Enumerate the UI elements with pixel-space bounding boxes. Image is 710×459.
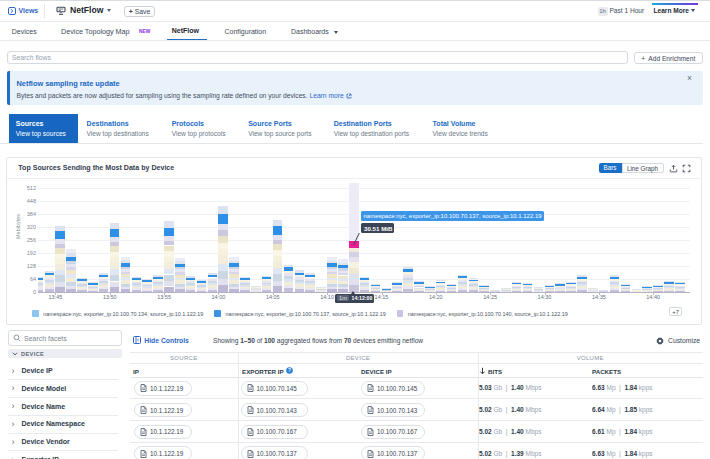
svg-text:?: ?: [288, 368, 291, 373]
